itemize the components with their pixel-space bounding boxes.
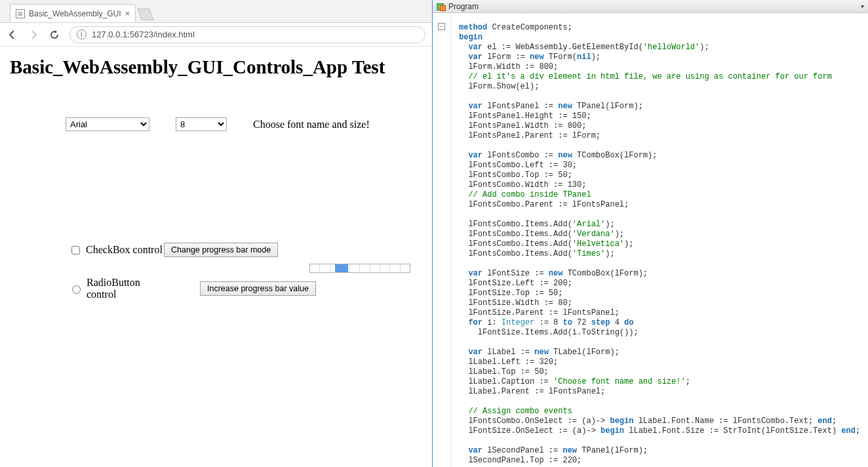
ide-tab-bar[interactable]: Program ▾	[433, 0, 868, 13]
tab-strip: 🗎 Basic_WebAssembly_GUI ×	[0, 0, 432, 23]
url-text: 127.0.0.1:56723/index.html	[92, 30, 195, 39]
gutter: −	[433, 13, 451, 467]
progress-bar	[309, 264, 410, 273]
controls-panel: CheckBox control Change progress bar mod…	[10, 243, 422, 300]
change-mode-button[interactable]: Change progress bar mode	[164, 243, 278, 257]
ide-pane: Program ▾ − method CreateComponents;begi…	[433, 0, 868, 467]
address-bar[interactable]: i 127.0.0.1:56723/index.html	[69, 26, 425, 43]
choose-label: Choose font name and size!	[253, 119, 370, 131]
progress-fill	[335, 264, 348, 272]
code-area[interactable]: method CreateComponents;begin var el := …	[451, 13, 868, 467]
program-icon	[437, 2, 446, 11]
new-tab-button[interactable]	[138, 9, 154, 20]
radio-label: RadioButton control	[87, 277, 164, 300]
chevron-down-icon[interactable]: ▾	[861, 3, 864, 10]
radio-input[interactable]	[72, 285, 81, 294]
font-size-combo[interactable]: 8	[176, 117, 227, 131]
info-icon[interactable]: i	[77, 30, 87, 39]
checkbox-label: CheckBox control	[86, 244, 163, 256]
browser-window: 🗎 Basic_WebAssembly_GUI × i 127.0.0.1:56…	[0, 0, 433, 467]
close-icon[interactable]: ×	[125, 9, 130, 18]
ide-tab-title: Program	[448, 2, 479, 11]
back-icon[interactable]	[7, 29, 18, 41]
page-content: Basic_WebAssembly_GUI_Controls_App Test …	[0, 47, 432, 467]
file-icon: 🗎	[16, 9, 25, 18]
nav-bar: i 127.0.0.1:56723/index.html	[0, 23, 432, 47]
fonts-panel: Arial 8 Choose font name and size!	[10, 117, 422, 131]
browser-tab[interactable]: 🗎 Basic_WebAssembly_GUI ×	[10, 4, 136, 22]
code-editor[interactable]: − method CreateComponents;begin var el :…	[433, 13, 868, 467]
increase-button[interactable]: Increase progress bar value	[200, 281, 316, 296]
checkbox-control[interactable]: CheckBox control	[69, 244, 164, 256]
radio-control[interactable]: RadioButton control	[69, 277, 164, 300]
reload-icon[interactable]	[49, 29, 60, 41]
font-name-combo[interactable]: Arial	[66, 117, 149, 131]
checkbox-input[interactable]	[71, 246, 80, 254]
fold-icon[interactable]: −	[438, 23, 445, 30]
page-title: Basic_WebAssembly_GUI_Controls_App Test	[10, 56, 422, 78]
forward-icon[interactable]	[28, 29, 39, 41]
tab-title: Basic_WebAssembly_GUI	[29, 9, 121, 18]
